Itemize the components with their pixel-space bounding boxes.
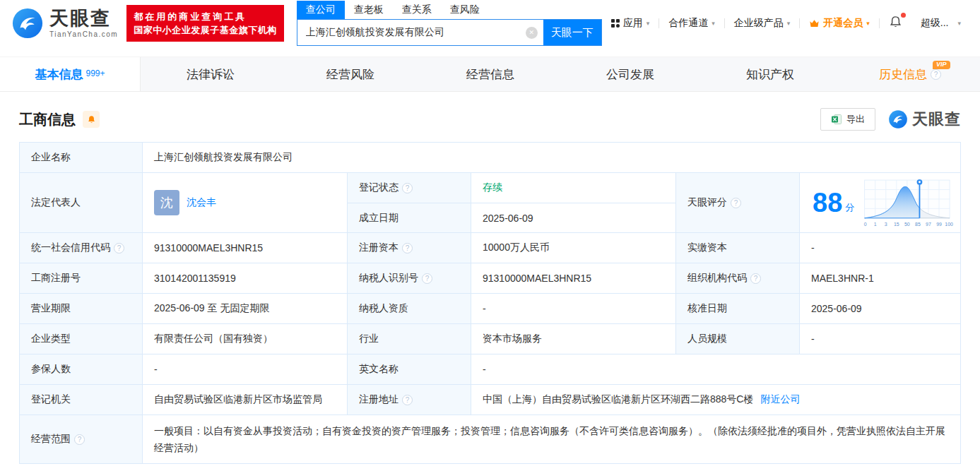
header-menu: 应用 ▾ 合作通道 ▾ 企业级产品 ▾ 开通会员 ▾ xyxy=(602,16,970,31)
reg-authority-value: 自由贸易试验区临港新片区市场监管局 xyxy=(142,385,347,415)
menu-enterprise-products[interactable]: 企业级产品 ▾ xyxy=(725,17,800,30)
company-section-tabs: 基本信息 999+ 法律诉讼 经营风险 经营信息 公司发展 知识产权 历史信息 … xyxy=(0,56,980,92)
reg-capital-label-cell: 注册资本 ? xyxy=(347,233,471,263)
svg-text:1: 1 xyxy=(874,221,877,226)
tab-operation-info[interactable]: 经营信息 xyxy=(420,57,560,91)
legal-rep-label: 法定代表人 xyxy=(20,173,142,232)
tianyancha-swirl-icon xyxy=(888,109,908,129)
search-tab-relation[interactable]: 查关系 xyxy=(402,1,432,19)
search-input[interactable] xyxy=(306,27,526,38)
tab-risk-label: 经营风险 xyxy=(326,66,374,83)
credit-code-value: 91310000MAEL3HNR15 xyxy=(142,233,347,263)
tab-intellectual-property[interactable]: 知识产权 xyxy=(700,57,840,91)
taxpayer-id-label-cell: 纳税人识别号 ? xyxy=(347,263,471,293)
tab-operation-risk[interactable]: 经营风险 xyxy=(281,57,420,91)
company-name-value: 上海汇创领航投资发展有限公司 xyxy=(142,143,960,172)
business-scope-label: 经营范围 xyxy=(31,433,71,446)
search-tab-boss[interactable]: 查老板 xyxy=(354,1,384,19)
tab-basic-info[interactable]: 基本信息 999+ xyxy=(0,57,141,91)
credit-code-label: 统一社会信用代码 xyxy=(31,242,110,254)
industry-value: 资本市场服务 xyxy=(471,324,675,354)
menu-enterprise-label: 企业级产品 xyxy=(734,17,784,30)
reg-authority-label: 登记机关 xyxy=(20,385,142,415)
help-icon[interactable]: ? xyxy=(402,183,413,193)
search-tab-company[interactable]: 查公司 xyxy=(297,1,345,19)
nearby-companies-link[interactable]: 附近公司 xyxy=(760,393,800,406)
clear-icon[interactable]: ✕ xyxy=(526,27,538,39)
svg-text:0: 0 xyxy=(864,221,867,226)
tab-history-label: 历史信息 xyxy=(879,66,927,83)
tianyancha-logo[interactable]: 天眼查 TianYanCha.com xyxy=(11,7,118,40)
taxpayer-id-value: 91310000MAEL3HNR15 xyxy=(471,263,675,293)
menu-apps-label: 应用 xyxy=(623,17,643,30)
approval-date-value: 2025-06-09 xyxy=(799,294,960,323)
tab-basic-badge: 999+ xyxy=(85,68,105,78)
score-cell: 88 分 xyxy=(799,173,960,232)
tianyancha-company-page: 天眼查 TianYanCha.com 都在用的商业查询工具 国家中小企业发展子基… xyxy=(0,0,980,471)
watermark-logo: 天眼查 xyxy=(888,109,961,130)
help-icon[interactable]: ? xyxy=(422,273,432,284)
table-row: 企业名称 上海汇创领航投资发展有限公司 xyxy=(20,143,960,172)
monitor-bell-button[interactable] xyxy=(83,111,100,128)
table-row: 统一社会信用代码 ? 91310000MAEL3HNR15 注册资本 ? 100… xyxy=(20,232,960,263)
score-distribution-chart: 0 1 3 15 50 85 97 99 100 xyxy=(861,176,953,230)
chevron-down-icon: ▾ xyxy=(957,20,961,27)
help-icon[interactable]: ? xyxy=(750,273,761,284)
score-unit: 分 xyxy=(845,201,854,214)
help-icon[interactable]: ? xyxy=(731,198,741,208)
menu-open-vip[interactable]: 开通会员 ▾ xyxy=(800,17,879,30)
credit-code-label-cell: 统一社会信用代码 ? xyxy=(20,233,142,263)
svg-text:97: 97 xyxy=(926,221,931,226)
company-type-label: 企业类型 xyxy=(20,324,142,354)
table-row: 工商注册号 310142001135919 纳税人识别号 ? 91310000M… xyxy=(20,263,960,293)
brand-domain: TianYanCha.com xyxy=(49,31,118,38)
table-row: 经营范围 ? 一般项目：以自有资金从事投资活动；自有资金投资的资产管理服务；投资… xyxy=(20,415,960,463)
tab-operation-label: 经营信息 xyxy=(466,66,514,83)
staff-size-label: 人员规模 xyxy=(675,324,799,354)
brand-name: 天眼查 xyxy=(49,9,118,28)
reg-number-label: 工商注册号 xyxy=(20,263,142,293)
help-icon[interactable]: ? xyxy=(74,434,85,445)
help-icon[interactable]: ? xyxy=(931,69,941,80)
svg-text:50: 50 xyxy=(904,221,910,226)
table-row: 企业类型 有限责任公司（国有独资） 行业 资本市场服务 人员规模 - xyxy=(20,323,960,354)
paid-capital-value: - xyxy=(799,233,960,263)
menu-partner-channel[interactable]: 合作通道 ▾ xyxy=(659,17,724,30)
svg-text:99: 99 xyxy=(936,221,942,226)
help-icon[interactable]: ? xyxy=(114,243,124,254)
search-tab-risk[interactable]: 查风险 xyxy=(450,1,480,19)
establish-date-value: 2025-06-09 xyxy=(471,203,675,232)
reg-status-label-cell: 登记状态 ? xyxy=(347,173,471,203)
reg-capital-value: 10000万人民币 xyxy=(471,233,675,263)
paid-capital-label: 实缴资本 xyxy=(675,233,799,263)
approval-date-label: 核准日期 xyxy=(675,294,799,323)
top-header: 天眼查 TianYanCha.com 都在用的商业查询工具 国家中小企业发展子基… xyxy=(0,0,980,47)
table-row: 登记机关 自由贸易试验区临港新片区市场监管局 注册地址 ? 中国（上海）自由贸易… xyxy=(20,384,960,415)
tab-ip-label: 知识产权 xyxy=(746,66,794,83)
main-content: 工商信息 导出 xyxy=(0,108,980,464)
slogan-banner: 都在用的商业查询工具 国家中小企业发展子基金旗下机构 xyxy=(126,5,284,42)
legal-rep-avatar[interactable]: 沈 xyxy=(154,190,179,215)
search-button[interactable]: 天眼一下 xyxy=(543,20,601,45)
search-block: 查公司 查老板 查关系 查风险 ✕ 天眼一下 xyxy=(297,1,602,46)
notifications-button[interactable] xyxy=(880,16,911,31)
reg-address-value-cell: 中国（上海）自由贸易试验区临港新片区环湖西二路888号C楼 附近公司 xyxy=(471,385,960,415)
section-header-right: 导出 天眼查 xyxy=(820,108,961,131)
bell-icon xyxy=(87,115,96,124)
tab-company-development[interactable]: 公司发展 xyxy=(560,57,700,91)
score-label-cell: 天眼评分 ? xyxy=(675,173,799,232)
score-value: 88 xyxy=(813,189,842,216)
export-button[interactable]: 导出 xyxy=(820,108,875,131)
tab-history-info[interactable]: 历史信息 ? VIP xyxy=(840,57,980,91)
help-icon[interactable]: ? xyxy=(402,243,413,254)
help-icon[interactable]: ? xyxy=(402,395,413,405)
notification-bell-icon xyxy=(889,16,902,29)
legal-rep-name-link[interactable]: 沈会丰 xyxy=(187,196,216,209)
section-header: 工商信息 导出 xyxy=(19,108,961,131)
menu-account[interactable]: 超级... ▾ xyxy=(911,17,970,30)
tab-legal-litigation[interactable]: 法律诉讼 xyxy=(141,57,281,91)
reg-address-label: 注册地址 xyxy=(359,393,399,406)
watermark-brand: 天眼查 xyxy=(912,109,961,130)
reg-address-value: 中国（上海）自由贸易试验区临港新片区环湖西二路888号C楼 xyxy=(483,393,753,406)
menu-apps[interactable]: 应用 ▾ xyxy=(602,17,659,30)
